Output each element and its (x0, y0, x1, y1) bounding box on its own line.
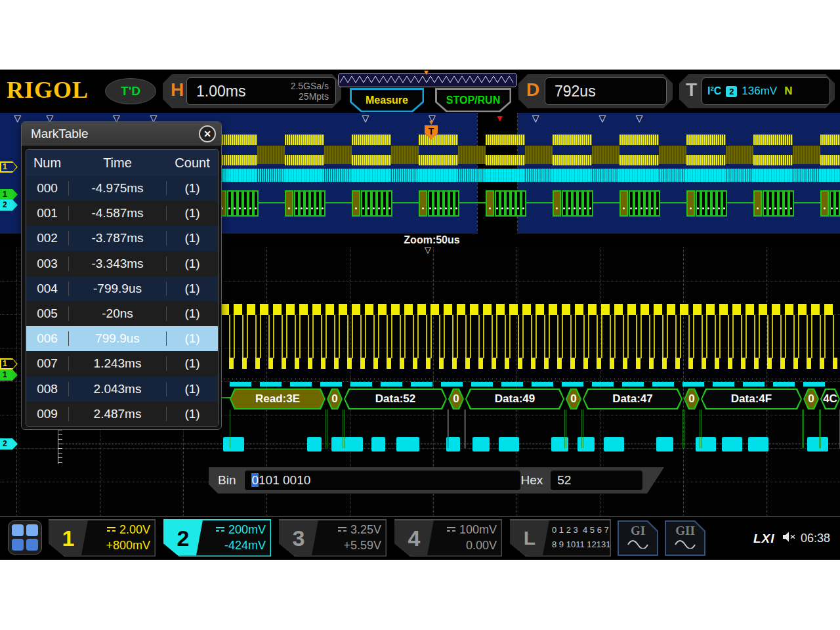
generator-1-button[interactable]: GI (618, 520, 658, 556)
scl-low (334, 358, 339, 369)
hex-value-field[interactable]: 52 (551, 471, 642, 490)
delay-panel[interactable]: D 792us (518, 74, 673, 108)
scl-edge (759, 315, 760, 358)
decode-frame-label: Data:52 (344, 388, 447, 410)
table-row[interactable]: 005-20ns(1) (26, 301, 218, 326)
table-row[interactable]: 001-4.587ms(1) (26, 201, 218, 226)
scl-high (509, 304, 518, 315)
mark-triangle-icon[interactable]: ▽ (14, 113, 21, 123)
frame-boundary (230, 410, 230, 448)
table-row[interactable]: 0092.487ms(1) (26, 402, 218, 427)
decode-readout-bar: Bin 0101 0010 Hex 52 (209, 467, 664, 494)
scl-low (767, 358, 772, 369)
scl-high (588, 304, 597, 315)
scl-high (339, 304, 347, 315)
scl-edge (636, 315, 637, 358)
scl-low (229, 358, 234, 369)
delay-field[interactable]: 792us (545, 77, 667, 105)
marktable-popup: MarkTable ✕ Num Time Count 000-4.975ms(1… (21, 121, 222, 430)
decode-cluster-box (722, 190, 727, 217)
scl-edge (242, 315, 243, 358)
scl-edge (426, 315, 427, 358)
channel-2-button[interactable]: 2 200mV-424mV (163, 519, 271, 556)
scl-high (772, 304, 780, 315)
scl-low (295, 358, 299, 369)
scl-edge (334, 315, 335, 358)
h-scale-field[interactable]: 1.00ms 2.5GSa/s25Mpts (186, 77, 336, 105)
scl-edge (234, 315, 235, 358)
generator-2-button[interactable]: GII (665, 520, 705, 556)
decode-frame-label: 0 (803, 388, 819, 410)
scl-low (268, 358, 273, 369)
table-cell: 009 (26, 407, 68, 421)
mark-triangle-icon[interactable]: ▽ (362, 113, 369, 123)
column-header-num: Num (26, 156, 68, 171)
scl-high (824, 304, 833, 315)
ch1-position-marker-main[interactable]: 1 (0, 161, 18, 173)
horizontal-scale-panel[interactable]: H 1.00ms 2.5GSa/s25Mpts (163, 74, 341, 108)
selected-mark-triangle-icon[interactable]: ▼ (495, 113, 505, 123)
menu-button[interactable] (8, 520, 42, 555)
speaker-muted-icon[interactable] (782, 532, 797, 545)
scl-edge (518, 315, 519, 358)
decode-cluster-start (419, 190, 427, 217)
scl-edge (273, 315, 274, 358)
table-cell: 2.487ms (68, 407, 167, 421)
ch2-tick (411, 382, 432, 387)
decode-frame-label: Data:4F (701, 388, 802, 410)
decode-cluster-box (650, 190, 655, 217)
mark-triangle-icon[interactable]: ▽ (636, 113, 643, 123)
table-row[interactable]: 002-3.787ms(1) (26, 226, 218, 251)
lxi-logo: LXI (753, 532, 775, 546)
table-row[interactable]: 0082.043ms(1) (26, 377, 218, 402)
table-row[interactable]: 003-3.343ms(1) (26, 251, 218, 276)
scl-high (247, 304, 255, 315)
ch2-texture (525, 169, 553, 182)
scl-low (387, 358, 391, 369)
delay-value: 792us (545, 83, 596, 100)
decode-cluster-box (387, 190, 392, 217)
table-cell: 008 (26, 382, 68, 396)
close-icon[interactable]: ✕ (199, 125, 216, 142)
ch2-position-marker-main[interactable]: 2 (0, 200, 18, 211)
ch1-high-band (352, 135, 391, 145)
trigger-field[interactable]: I²C 2 136mV N (702, 77, 830, 105)
stop-run-button[interactable]: STOP/RUN (435, 88, 511, 112)
mark-triangle-icon[interactable]: ▽ (532, 113, 539, 123)
sda-pulse (223, 437, 244, 452)
scl-low (505, 358, 509, 369)
logic-label: L (510, 520, 549, 556)
decode-cluster-box (444, 190, 449, 217)
channel-1-button[interactable]: 1 2.00V+800mV (49, 519, 156, 556)
trigger-position-marker[interactable]: ▼ T (424, 120, 438, 140)
channel-3-button[interactable]: 3 3.25V+5.59V (279, 519, 387, 556)
sda-pulse (371, 437, 385, 452)
scl-high (746, 304, 754, 315)
scl-high (693, 304, 702, 315)
table-row[interactable]: 006799.9us(1) (26, 326, 218, 351)
table-row[interactable]: 000-4.975ms(1) (26, 176, 218, 201)
mark-triangle-icon[interactable]: ▽ (598, 113, 606, 123)
ch1-position-marker-zoom[interactable]: 1 (0, 358, 18, 369)
scl-low (544, 358, 549, 369)
channel-4-button[interactable]: 4 100mV0.00V (394, 519, 502, 556)
logic-channels-button[interactable]: L 0 1 2 3 4 5 6 78 9 1011 12131415 (510, 519, 611, 556)
table-row[interactable]: 004-799.9us(1) (26, 276, 218, 301)
sine-wave-icon (627, 538, 649, 549)
decode-frame: Data:49 (465, 388, 564, 410)
bus1-position-marker-main[interactable]: 1 (0, 189, 18, 200)
scl-low (570, 358, 575, 369)
trigger-panel[interactable]: T I²C 2 136mV N (679, 74, 835, 108)
ch2-position-marker-zoom[interactable]: 2 (0, 438, 18, 450)
trigger-t-icon: T (425, 125, 438, 140)
scl-edge (706, 315, 707, 358)
decode-cluster-box (572, 190, 578, 217)
decode-frame-label: 0 (448, 388, 464, 410)
measure-button[interactable]: Measure (350, 88, 424, 112)
table-row[interactable]: 0071.243ms(1) (26, 351, 218, 376)
scl-high (811, 304, 820, 315)
rigol-logo: RIGOL (7, 76, 89, 104)
ch2-tick (260, 382, 282, 387)
bus1-position-marker-zoom[interactable]: 1 (0, 369, 18, 381)
bin-value-field[interactable]: 0101 0010 (245, 471, 520, 490)
